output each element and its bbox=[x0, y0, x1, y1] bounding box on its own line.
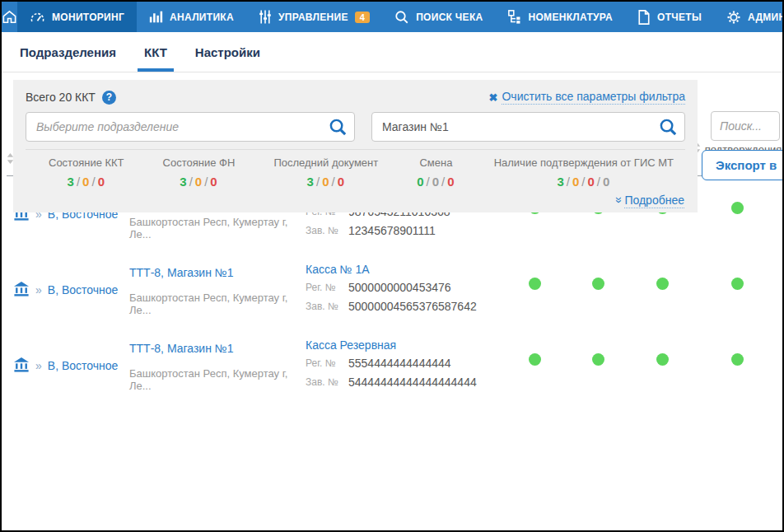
stat-label: Наличие подтверждения от ГИС МТ bbox=[494, 156, 674, 169]
separator: / bbox=[90, 175, 97, 189]
serial-number-value: 50000004565376587642 bbox=[348, 300, 477, 314]
bar-chart-icon bbox=[149, 10, 163, 24]
stat-error: 0 bbox=[447, 175, 455, 189]
nav-item-nomenclature[interactable]: НОМЕНКЛАТУРА bbox=[496, 2, 626, 32]
gis-mt-cell bbox=[694, 176, 781, 252]
stat-gis-mt: Наличие подтверждения от ГИС МТ 3/0/0/0 bbox=[494, 156, 674, 189]
kkt-state-cell bbox=[503, 252, 566, 328]
status-dot-green bbox=[731, 278, 744, 290]
serial-number-value: 54444444444444444444 bbox=[348, 376, 477, 390]
outlet-cell: ТТТ-8, Магазин №1 Башкортостан Респ, Кум… bbox=[126, 328, 306, 404]
serial-number-label: Зав. № bbox=[306, 376, 348, 390]
details-link[interactable]: »Подробнее bbox=[616, 194, 684, 207]
tab-kkt[interactable]: ККТ bbox=[144, 32, 167, 72]
quick-search-input[interactable] bbox=[711, 111, 780, 141]
nav-item-label: ОТЧЕТЫ bbox=[657, 12, 702, 23]
reg-number-value: 5554444444444444 bbox=[348, 357, 451, 371]
tab-label: Настройки bbox=[195, 45, 260, 59]
search-icon[interactable] bbox=[659, 118, 678, 140]
nav-item-administration[interactable]: АДМИНИСТРИРОВАНИЕ bbox=[714, 2, 784, 32]
nav-item-reports[interactable]: ОТЧЕТЫ bbox=[625, 2, 714, 32]
nav-item-receipt-search[interactable]: ПОИСК ЧЕКА bbox=[382, 2, 495, 32]
stat-warn: 0 bbox=[195, 175, 203, 189]
chevron-right-icon: » bbox=[35, 359, 42, 372]
search-icon[interactable] bbox=[329, 118, 348, 140]
status-dot-green bbox=[656, 278, 669, 290]
filter-panel: Всего 20 ККТ ? ✖ Очистить все параметры … bbox=[13, 80, 698, 212]
section-tabs: Подразделения ККТ Настройки bbox=[2, 32, 782, 72]
help-icon[interactable]: ? bbox=[102, 91, 116, 105]
outlet-cell: ТТТ-8, Магазин №1 Башкортостан Респ, Кум… bbox=[126, 252, 306, 328]
kkt-name-link[interactable]: Касса № 1А bbox=[306, 263, 503, 276]
stat-values: 3/0/0 bbox=[273, 175, 378, 189]
stat-label: Последний документ bbox=[273, 156, 378, 169]
stat-ok: 3 bbox=[307, 175, 315, 189]
total-kkt-text: Всего 20 ККТ bbox=[26, 91, 96, 104]
stat-shift: Смена 0/0/0 bbox=[417, 156, 455, 189]
stat-values: 0/0/0 bbox=[417, 175, 455, 189]
outlet-input[interactable] bbox=[371, 112, 685, 142]
serial-number-value: 12345678901111 bbox=[348, 224, 436, 238]
nav-item-label: ПОИСК ЧЕКА bbox=[416, 12, 483, 23]
status-dot-green bbox=[731, 353, 744, 366]
search-icon bbox=[394, 10, 409, 25]
nav-item-home[interactable] bbox=[2, 2, 17, 32]
stat-error: 0 bbox=[587, 175, 595, 189]
stat-error: 0 bbox=[98, 175, 105, 189]
separator: / bbox=[565, 175, 572, 189]
gauge-icon bbox=[30, 10, 45, 24]
subdivision-link[interactable]: В, Восточное bbox=[48, 283, 119, 296]
reg-number-label: Рег. № bbox=[306, 281, 348, 295]
stat-ok: 0 bbox=[417, 175, 424, 189]
status-dot-green bbox=[592, 353, 604, 366]
tab-subdivisions[interactable]: Подразделения bbox=[20, 32, 116, 72]
separator: / bbox=[595, 175, 603, 189]
stat-values: 3/0/0 bbox=[49, 175, 124, 189]
serial-number-label: Зав. № bbox=[306, 224, 348, 238]
tab-settings[interactable]: Настройки bbox=[195, 32, 260, 72]
status-dot-green bbox=[529, 353, 541, 366]
gis-mt-cell bbox=[694, 328, 781, 404]
stat-values: 3/0/0 bbox=[163, 175, 236, 189]
details-label: Подробнее bbox=[624, 194, 684, 208]
nav-item-monitoring[interactable]: МОНИТОРИНГ bbox=[17, 2, 137, 32]
stat-ok: 3 bbox=[557, 175, 564, 189]
status-summary: Состояние ККТ 3/0/0 Состояние ФН 3/0/0 П… bbox=[26, 149, 685, 189]
nav-item-management[interactable]: УПРАВЛЕНИЕ 4 bbox=[246, 2, 382, 32]
status-dot-green bbox=[656, 353, 669, 366]
stat-fn-state: Состояние ФН 3/0/0 bbox=[163, 156, 236, 189]
bank-icon bbox=[13, 357, 30, 375]
outlet-link[interactable]: ТТТ-8, Магазин №1 bbox=[129, 342, 297, 355]
separator: / bbox=[75, 175, 82, 189]
home-icon bbox=[2, 9, 17, 25]
reg-number-value: 5000000000453476 bbox=[348, 281, 451, 295]
gear-icon bbox=[726, 10, 741, 25]
chevron-right-icon: » bbox=[35, 283, 42, 296]
subdivision-link[interactable]: В, Восточное bbox=[48, 359, 119, 372]
clear-filters-link[interactable]: ✖ Очистить все параметры фильтра bbox=[489, 90, 685, 105]
outlet-address: Башкортостан Респ, Кумертау г, Ле... bbox=[129, 367, 297, 392]
kkt-name-link[interactable]: Касса Резервная bbox=[306, 338, 503, 352]
outlet-link[interactable]: ТТТ-8, Магазин №1 bbox=[129, 266, 297, 279]
stat-last-document: Последний документ 3/0/0 bbox=[273, 156, 378, 189]
status-dot-green bbox=[592, 278, 604, 290]
bank-icon bbox=[13, 282, 30, 299]
subdivision-input[interactable] bbox=[26, 112, 355, 142]
export-button[interactable]: Экспорт в bbox=[702, 150, 784, 180]
separator: / bbox=[203, 175, 210, 189]
subdivision-filter bbox=[26, 112, 355, 142]
serial-number-label: Зав. № bbox=[306, 300, 348, 314]
tab-label: ККТ bbox=[144, 45, 167, 59]
last-document-cell bbox=[630, 328, 694, 404]
nav-item-analytics[interactable]: АНАЛИТИКА bbox=[137, 2, 246, 32]
total-kkt-label: Всего 20 ККТ ? bbox=[26, 91, 116, 105]
kkt-cell: Касса Резервная Рег. №5554444444444444 З… bbox=[306, 328, 503, 404]
separator: / bbox=[188, 175, 195, 189]
outlet-address: Башкортостан Респ, Кумертау г, Ле... bbox=[129, 292, 297, 316]
table-row: » В, Восточное ТТТ-8, Магазин №1 Башкорт… bbox=[7, 252, 781, 328]
gis-mt-cell bbox=[694, 252, 781, 328]
nav-item-label: АНАЛИТИКА bbox=[170, 12, 234, 23]
stat-values: 3/0/0/0 bbox=[494, 175, 674, 189]
outlet-address: Башкортостан Респ, Кумертау г, Ле... bbox=[129, 216, 297, 240]
stat-error: 0 bbox=[210, 175, 217, 189]
